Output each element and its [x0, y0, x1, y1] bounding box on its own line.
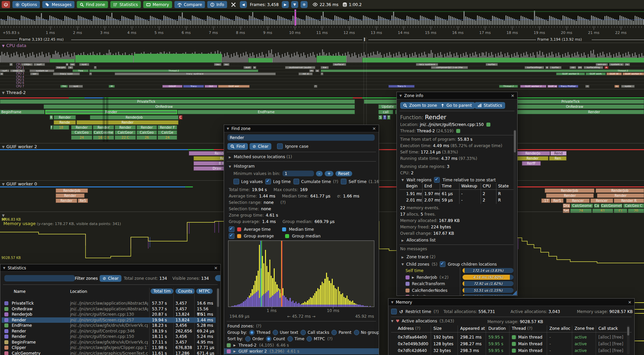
timeline-zone[interactable]: Render R — [614, 198, 644, 203]
power-button[interactable] — [2, 1, 10, 8]
timeline-zone[interactable]: Render — [56, 193, 85, 198]
timeline-zone[interactable]: s — [66, 63, 68, 66]
timeline-zone[interactable]: Rend — [550, 151, 567, 156]
timeline-zone[interactable]: Rencer — [566, 198, 590, 203]
filter-input[interactable] — [4, 275, 75, 281]
timeline-zone[interactable]: Render — [71, 125, 92, 130]
table-row[interactable]: CalcGeometryjni/../jni/src/claw/graphics… — [2, 351, 216, 355]
clear-button[interactable]: ⊘Clear — [250, 143, 271, 150]
timeline-zone[interactable]: GUIF worker 0 — [556, 73, 585, 75]
timeline-zone[interactable]: R — [50, 115, 53, 120]
timeline-zone[interactable]: 16 C 8 — [93, 135, 114, 140]
reset-button[interactable]: Reset — [335, 171, 352, 176]
timeline-zone[interactable]: GUIF wor — [218, 85, 250, 88]
timeline-zone[interactable]: Render — [137, 125, 157, 130]
timeline-zone[interactable]: ^ — [89, 73, 92, 75]
radio-thread[interactable]: Thread — [249, 330, 270, 335]
timeline-zone[interactable]: ^ — [321, 73, 323, 75]
options-button[interactable]: Options — [12, 1, 40, 8]
timeline-zone[interactable]: GUI — [205, 85, 217, 88]
option-log-time[interactable]: Log time — [265, 179, 290, 184]
thread-header[interactable]: ▼GUIF worker 0 — [2, 181, 37, 186]
hist-range-mid[interactable]: ← 45.72 ms → — [287, 314, 316, 319]
allocation-row[interactable]: 0x7dfaa64e00192 bytes298.21 ms59.95 sMai… — [388, 334, 628, 341]
timeline-zone[interactable]: GUIF w — [547, 85, 557, 88]
increment-button[interactable]: + — [325, 171, 333, 176]
timeline-zone[interactable]: T — [383, 115, 386, 120]
timeline-zone[interactable]: RenderJo — [516, 151, 550, 156]
timeline-zone[interactable]: Render — [546, 193, 594, 198]
next-frame-button[interactable]: ▶ — [282, 1, 289, 8]
timeline-zone[interactable]: GUIF W — [606, 73, 622, 75]
timeline-zone[interactable]: CalcGeo — [137, 130, 157, 135]
scrollbar-thumb[interactable] — [217, 289, 219, 307]
timeline-zone[interactable]: (au — [214, 63, 221, 66]
timeline-zone[interactable]: Tracy — [183, 85, 204, 88]
option-cumulate-time[interactable]: Cumulate time(?) — [293, 179, 338, 184]
collapse-icon[interactable]: ▼ — [399, 94, 402, 97]
timeline-zone[interactable]: CalcGeo C — [623, 204, 644, 208]
table-row[interactable]: Clipperjni/../jni/src/claw/gfx/geo/Clipp… — [2, 345, 216, 350]
timeline-zone[interactable]: sen-sis — [596, 63, 608, 66]
radio-count[interactable]: Count — [266, 336, 285, 342]
zone-info-zoom-to-zone-button[interactable]: Zoom to zone — [400, 102, 440, 109]
timeline-zone[interactable]: Ren — [549, 156, 567, 161]
timeline-zone[interactable]: 24 — [158, 135, 177, 140]
table-row[interactable]: Renderjni/../jni/src/guif/Control.cpp:34… — [2, 328, 216, 334]
focus-frame-button[interactable]: ⊕ — [301, 1, 308, 8]
zone-trace[interactable]: ▶Zone trace (2) — [401, 255, 435, 259]
timeline-zone[interactable]: surfacefinge — [525, 66, 544, 69]
timeline-zone[interactable]: 20 — [628, 209, 644, 213]
timeline-zone[interactable]: aud — [244, 66, 252, 69]
timeline-zone[interactable]: Tht — [60, 85, 68, 88]
zone-info-go-to-parent-button[interactable]: Go to parent — [438, 102, 475, 109]
timeline-zone[interactable]: surfac — [549, 66, 561, 69]
timeline-zone[interactable]: -17 — [541, 198, 550, 203]
sort-total-time[interactable]: Total tim — [151, 289, 173, 294]
timeline-zone[interactable]: Render — [54, 115, 76, 120]
timeline-zone[interactable]: surfacefing — [584, 66, 603, 69]
close-icon[interactable]: × — [628, 300, 632, 305]
timeline-zone[interactable]: call — [378, 110, 393, 114]
histogram-plot[interactable] — [228, 240, 374, 307]
child-time-bar[interactable]: 172.14 us (3.83%) — [463, 268, 514, 273]
child-time-bar[interactable]: 72.92 us (1.62%) — [463, 281, 514, 286]
allocations-list[interactable]: ▶Allocations list — [401, 238, 436, 242]
limit-button[interactable] — [215, 275, 220, 281]
timeline-zone[interactable]: syste — [621, 85, 635, 88]
zone-info-statistics-button[interactable]: Statistics — [475, 102, 505, 109]
timeline-zone[interactable]: s — [253, 66, 256, 69]
wait-regions-header[interactable]: ▼Wait regionsTime relative to zone start — [401, 177, 496, 183]
compare-button[interactable]: Compare — [174, 1, 205, 8]
allocation-row[interactable]: 0x7e049b3d00128 bytes298.27 ms59.95 sMai… — [388, 341, 628, 347]
restrict-time-option[interactable]: ↺Restrict time(?) — [391, 309, 439, 314]
timeline-zone[interactable]: BeginFrame — [0, 110, 45, 114]
timeline-zone[interactable]: syst — [69, 85, 83, 88]
timeline-zone[interactable]: F — [50, 125, 53, 130]
timeline-zone[interactable]: 24 — [570, 209, 592, 213]
timeline-zone[interactable]: Render — [45, 110, 177, 114]
timeline-zone[interactable]: Tracy S — [388, 85, 415, 88]
timeline-zone[interactable]: ser — [30, 73, 39, 75]
timeline-zone[interactable]: Dra — [563, 204, 570, 208]
child-time-bar[interactable]: 51.51 us (1.15%) — [463, 288, 514, 293]
table-row[interactable]: PrivateTickjni/../jni/src/claw/applicati… — [2, 301, 216, 306]
timeline-zone[interactable]: a — [315, 70, 319, 72]
timeline-zone[interactable]: RerfF — [522, 161, 541, 166]
child-zones-header[interactable]: ▼Child zones(5)Group children locations — [401, 261, 497, 267]
timeline-zone[interactable]: rot_d — [299, 73, 313, 75]
timeline-zone[interactable]: PrivateTick — [0, 99, 355, 104]
timeline-zone[interactable]: CalcGeor — [115, 130, 136, 135]
radio-mtpc[interactable]: MTPC — [307, 336, 325, 342]
timeline-zone[interactable]: tracy_systrace — [115, 73, 276, 75]
table-row[interactable]: OnRedrawjni/../jni/src/claw/application/… — [2, 306, 216, 312]
timeline-zone[interactable]: a — [545, 66, 549, 69]
timeline-zone[interactable]: CalcGeomet — [600, 204, 623, 208]
timeline-zone[interactable]: C( — [614, 209, 627, 213]
timeline-zone[interactable]: Render — [517, 156, 548, 161]
ignore-case-option[interactable]: Ignore case — [277, 143, 309, 149]
thread-header[interactable]: ▼GUIF worker 2 — [2, 144, 37, 149]
timeline-zone[interactable]: GUIF worker 2 — [520, 85, 546, 88]
radio-user-text[interactable]: User text — [273, 330, 298, 335]
timeline-zone[interactable]: kw — [321, 66, 329, 69]
